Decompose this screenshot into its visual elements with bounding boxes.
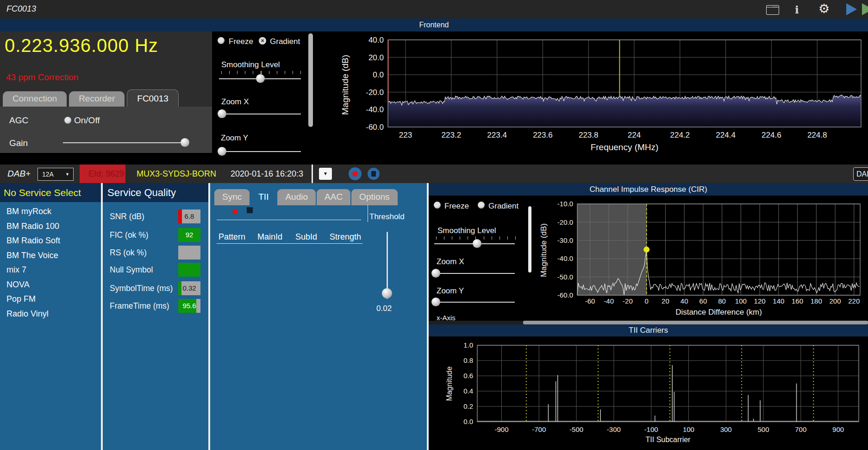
tii-legend-square-icon (247, 207, 253, 213)
agc-toggle[interactable] (64, 117, 71, 124)
threshold-label: Threshold (369, 212, 405, 222)
svg-text:224.2: 224.2 (670, 131, 690, 139)
svg-text:223.8: 223.8 (579, 131, 599, 139)
svg-text:223.4: 223.4 (487, 131, 507, 139)
service-list-item[interactable]: BM Radio Soft (0, 234, 101, 248)
svg-text:-100: -100 (644, 425, 658, 433)
svg-text:-50.0: -50.0 (557, 273, 573, 281)
no-service-selected-label: No Service Select (4, 187, 101, 198)
service-list-item[interactable]: BM The Voice (0, 248, 101, 263)
smoothing-slider-thumb[interactable] (256, 74, 265, 83)
frontend-chart-controls: Freeze × Gradient Smoothing Level Zoom X… (212, 32, 319, 165)
gain-slider-track[interactable] (63, 142, 187, 143)
svg-text:-500: -500 (569, 425, 583, 433)
cir-controls-scrollbar[interactable] (528, 206, 531, 273)
service-list-header: No Service Select (0, 183, 101, 202)
play-button[interactable] (846, 3, 857, 15)
svg-text:224: 224 (628, 131, 641, 139)
frontend-section: 0.223.936.000 Hz 43 ppm Correction Conne… (0, 32, 868, 165)
svg-text:-60: -60 (585, 297, 595, 305)
frontend-controls-scrollbar[interactable] (308, 33, 313, 127)
cir-zoom-x-label: Zoom X (437, 257, 464, 266)
dab-toolbar: DAB+ 12A ▼ EId: 9629 MUX3-SYDSJ-BORN 202… (0, 165, 868, 183)
channel-dropdown[interactable]: 12A ▼ (37, 168, 74, 181)
info-icon[interactable]: i (795, 3, 799, 16)
quality-row: FIC (ok %)92 (103, 228, 208, 242)
svg-text:223: 223 (399, 131, 412, 139)
svg-text:220: 220 (848, 297, 860, 305)
svg-text:20: 20 (662, 297, 669, 305)
cir-freeze-label: Freeze (444, 202, 469, 211)
zoom-y-slider-thumb[interactable] (218, 147, 226, 156)
quality-value: 92 (178, 228, 200, 242)
settings-gear-icon[interactable]: ⚙ (818, 3, 830, 15)
frontend-tab-connection[interactable]: Connection (3, 91, 67, 107)
service-list-item[interactable]: NOVA (0, 278, 101, 292)
freeze-toggle[interactable] (218, 37, 225, 44)
svg-text:-40.0: -40.0 (366, 105, 384, 114)
svg-text:-60.0: -60.0 (557, 291, 573, 299)
quality-value (178, 263, 200, 277)
quality-label: SNR (dB) (110, 212, 144, 222)
cir-zoom-x-slider-track[interactable] (434, 273, 515, 274)
gain-slider-thumb[interactable] (181, 138, 189, 147)
cir-zoom-y-slider-thumb[interactable] (431, 298, 440, 306)
cir-smoothing-label: Smoothing Level (437, 226, 496, 235)
cir-zoom-x-slider-thumb[interactable] (431, 269, 440, 278)
service-list-item[interactable]: BM Radio 100 (0, 219, 101, 234)
service-list-item[interactable]: Pop FM (0, 292, 101, 307)
svg-text:20.0: 20.0 (368, 53, 384, 62)
cir-x-scrollbar-track[interactable] (429, 321, 868, 324)
dab-badge-button[interactable]: DAB (853, 167, 868, 181)
quality-label: RS (ok %) (110, 248, 147, 258)
service-list-item[interactable]: BM myRock (0, 204, 101, 219)
quality-bar: 0.32 (178, 281, 200, 295)
zoom-y-slider-track[interactable] (219, 151, 301, 152)
service-list-item[interactable]: mix 7 (0, 263, 101, 278)
play-button-secondary[interactable] (862, 3, 868, 15)
smoothing-tick-strip (221, 71, 301, 74)
record-options-dropdown[interactable]: ▼ (319, 168, 332, 180)
decoder-tab-options[interactable]: Options (351, 189, 397, 205)
svg-text:TII Subcarrier: TII Subcarrier (646, 436, 691, 444)
cir-zoom-y-slider-track[interactable] (434, 302, 515, 303)
cir-gradient-toggle[interactable] (478, 202, 485, 209)
record-button[interactable] (349, 167, 362, 180)
quality-label: FIC (ok %) (110, 230, 149, 240)
column-header-mainid: MainId (257, 232, 282, 242)
channel-dropdown-value: 12A (38, 171, 54, 178)
svg-text:700: 700 (795, 425, 806, 433)
quality-bar: 92 (178, 228, 200, 242)
svg-text:223.6: 223.6 (533, 131, 553, 139)
threshold-slider-thumb[interactable] (382, 288, 392, 298)
zoom-x-slider-thumb[interactable] (218, 109, 226, 118)
service-list-item[interactable]: Radio Vinyl (0, 307, 101, 322)
window-title: FC0013 (6, 4, 36, 14)
frontend-tab-fc0013[interactable]: FC0013 (127, 89, 179, 107)
cir-smoothing-slider-thumb[interactable] (473, 239, 481, 248)
gradient-toggle-checked[interactable]: × (259, 37, 266, 44)
quality-bar (178, 246, 200, 260)
frontend-tabs: ConnectionRecorderFC0013 (3, 89, 179, 107)
agc-label: AGC (9, 115, 28, 126)
svg-text:0.8: 0.8 (463, 356, 473, 364)
frontend-tab-recorder[interactable]: Recorder (69, 91, 125, 107)
decoder-tab-aac[interactable]: AAC (317, 189, 350, 205)
cir-x-scrollbar-thumb[interactable] (523, 321, 868, 324)
svg-text:-20.0: -20.0 (366, 88, 384, 97)
svg-text:100: 100 (735, 297, 747, 305)
zoom-x-slider-track[interactable] (219, 114, 301, 114)
service-quality-header: Service Quality (103, 183, 208, 202)
quality-bar (178, 263, 200, 277)
decoder-tabs: SyncTIIAudioAACOptions (214, 184, 398, 205)
svg-text:0.0: 0.0 (463, 418, 473, 425)
agc-toggle-label: On/Off (74, 115, 100, 126)
decoder-tab-sync[interactable]: Sync (214, 189, 250, 205)
stop-button[interactable] (368, 168, 380, 180)
decoder-tab-audio[interactable]: Audio (277, 189, 316, 205)
window-layout-icon[interactable]: ... (766, 5, 779, 15)
cir-freeze-toggle[interactable] (434, 202, 441, 209)
decoder-tab-tii[interactable]: TII (250, 187, 276, 205)
column-header-pattern: Pattern (219, 232, 245, 242)
svg-text:0.6: 0.6 (463, 372, 473, 380)
